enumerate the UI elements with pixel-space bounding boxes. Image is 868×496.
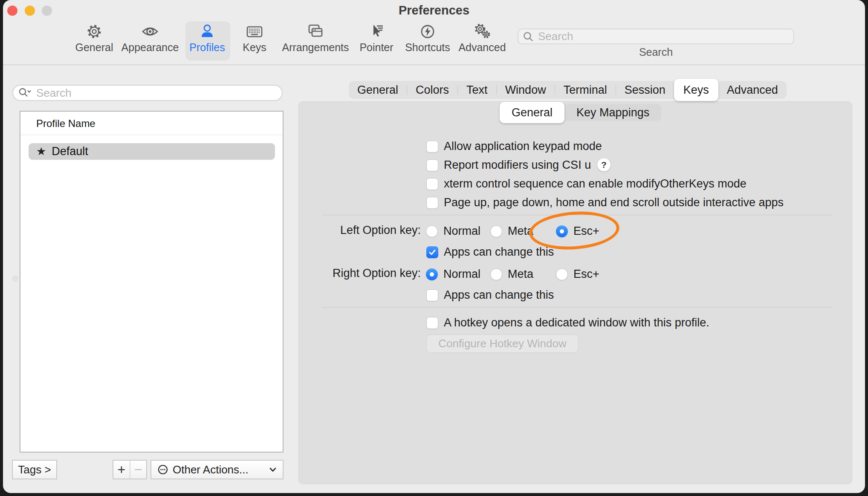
- tab-general[interactable]: General: [349, 84, 407, 97]
- radio-label: Normal: [443, 225, 480, 238]
- checkbox-label: xterm control sequence can enable modify…: [444, 177, 746, 190]
- cursor-icon: [367, 23, 386, 40]
- other-actions-label: Other Actions...: [173, 463, 269, 476]
- checkbox-box: [426, 141, 438, 153]
- profile-list-header: Profile Name: [36, 118, 95, 130]
- person-icon: [198, 23, 217, 40]
- toolbar-item-label: Appearance: [122, 41, 179, 54]
- profile-search-field[interactable]: [12, 85, 283, 101]
- gears-icon: [473, 23, 492, 40]
- left-option-label: Left Option key:: [284, 224, 421, 237]
- help-button[interactable]: ?: [597, 158, 611, 172]
- toolbar-separator: [3, 64, 865, 65]
- circled-ellipsis-icon: [157, 464, 168, 475]
- radio-right-esc[interactable]: Esc+: [556, 268, 599, 281]
- search-scope-icon: [18, 87, 32, 98]
- checkbox-right-apps-change[interactable]: Apps can change this: [426, 288, 554, 302]
- toolbar-search-caption: Search: [518, 46, 794, 58]
- toolbar-item-label: Profiles: [189, 41, 225, 54]
- radio-label: Meta: [508, 268, 533, 281]
- toolbar-item-general[interactable]: General: [62, 23, 126, 54]
- gear-icon: [85, 23, 104, 40]
- preferences-window: Preferences General Appearance Pro: [3, 0, 865, 493]
- toolbar-item-arrangements[interactable]: Arrangements: [284, 23, 347, 54]
- tab-advanced[interactable]: Advanced: [718, 84, 787, 97]
- radio-circle: [490, 225, 502, 237]
- toolbar-search-field[interactable]: [518, 29, 794, 44]
- profile-list: Profile Name ★ Default: [20, 111, 284, 453]
- other-actions-dropdown[interactable]: Other Actions...: [150, 460, 284, 479]
- window-title: Preferences: [3, 3, 865, 17]
- add-profile-button[interactable]: +: [113, 461, 130, 479]
- tab-colors[interactable]: Colors: [407, 84, 457, 97]
- profile-section-tabs: General Colors Text Window Terminal Sess…: [349, 81, 787, 99]
- checkbox-box: [426, 159, 438, 171]
- divider-handle-dot: [12, 275, 18, 282]
- checkbox-hotkey-window[interactable]: A hotkey opens a dedicated window with t…: [426, 316, 709, 329]
- checkbox-modify-other-keys[interactable]: xterm control sequence can enable modify…: [426, 177, 746, 190]
- tags-button[interactable]: Tags >: [12, 460, 57, 479]
- toolbar-item-label: Advanced: [458, 41, 506, 54]
- toolbar-item-label: General: [75, 41, 113, 54]
- subtab-general[interactable]: General: [500, 102, 564, 123]
- profile-row-default[interactable]: ★ Default: [29, 143, 275, 160]
- radio-right-meta[interactable]: Meta: [490, 268, 533, 281]
- tab-terminal[interactable]: Terminal: [555, 84, 616, 97]
- checkbox-csi-u[interactable]: Report modifiers using CSI u: [426, 159, 591, 172]
- tab-session[interactable]: Session: [616, 84, 674, 97]
- checkbox-label: Allow application keypad mode: [444, 140, 602, 153]
- chevron-down-icon: [269, 467, 277, 472]
- add-remove-group: + −: [113, 460, 147, 479]
- radio-circle-selected: [426, 268, 438, 280]
- subtab-key-mappings[interactable]: Key Mappings: [564, 106, 661, 119]
- tab-keys[interactable]: Keys: [674, 79, 718, 101]
- checkbox-allow-keypad[interactable]: Allow application keypad mode: [426, 140, 602, 153]
- checkbox-label: A hotkey opens a dedicated window with t…: [444, 316, 709, 329]
- toolbar-item-appearance[interactable]: Appearance: [118, 23, 182, 54]
- radio-label: Esc+: [573, 268, 599, 281]
- toolbar-item-label: Keys: [243, 41, 266, 54]
- toolbar-search-input[interactable]: [537, 29, 789, 43]
- checkbox-box: [426, 317, 438, 329]
- radio-circle: [426, 225, 438, 237]
- header-divider: [20, 135, 283, 135]
- checkbox-page-scroll[interactable]: Page up, page down, home and end scroll …: [426, 196, 784, 209]
- remove-profile-button[interactable]: −: [130, 461, 147, 479]
- radio-circle: [490, 268, 502, 280]
- profile-name: Default: [52, 145, 88, 158]
- section-divider: [322, 307, 831, 308]
- radio-circle: [556, 268, 568, 280]
- right-option-label: Right Option key:: [284, 267, 421, 280]
- checkbox-label: Page up, page down, home and end scroll …: [444, 196, 784, 209]
- checkbox-box: [426, 289, 438, 301]
- checkbox-left-apps-change[interactable]: Apps can change this: [426, 245, 554, 259]
- search-icon: [523, 31, 534, 42]
- profile-search-input[interactable]: [35, 86, 277, 100]
- toolbar-item-label: Shortcuts: [405, 41, 450, 54]
- toolbar-item-label: Arrangements: [282, 41, 349, 54]
- checkbox-label: Apps can change this: [444, 245, 554, 259]
- radio-label: Normal: [443, 268, 480, 281]
- checkbox-box: [426, 197, 438, 209]
- checkbox-box: [426, 178, 438, 190]
- configure-hotkey-button: Configure Hotkey Window: [426, 335, 579, 353]
- tab-text[interactable]: Text: [458, 84, 496, 97]
- radio-left-meta[interactable]: Meta: [490, 225, 533, 238]
- bolt-icon: [418, 23, 437, 40]
- toolbar-item-keys[interactable]: Keys: [223, 23, 286, 54]
- eye-icon: [141, 23, 159, 40]
- radio-left-normal[interactable]: Normal: [426, 225, 480, 238]
- tab-window[interactable]: Window: [497, 84, 555, 97]
- windows-icon: [306, 23, 325, 40]
- keys-subtabs: General Key Mappings: [500, 104, 661, 121]
- toolbar-item-label: Pointer: [359, 41, 393, 54]
- toolbar-item-advanced[interactable]: Advanced: [450, 23, 514, 54]
- checkbox-label: Report modifiers using CSI u: [444, 159, 591, 172]
- keyboard-icon: [245, 23, 264, 40]
- checkbox-box-checked: [426, 246, 438, 258]
- radio-right-normal[interactable]: Normal: [426, 268, 480, 281]
- checkbox-label: Apps can change this: [444, 288, 554, 302]
- star-icon: ★: [36, 145, 46, 158]
